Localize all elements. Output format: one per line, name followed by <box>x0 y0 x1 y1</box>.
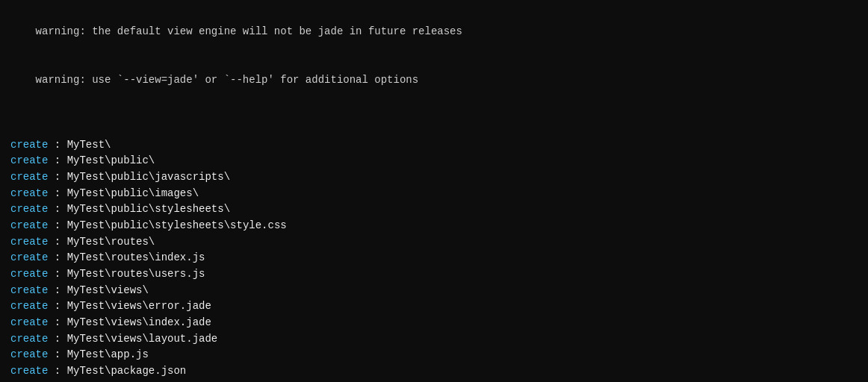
create-line-7: create : MyTest\routes\index.js <box>10 250 858 266</box>
separator-9: : <box>48 284 66 296</box>
path-8: MyTest\routes\users.js <box>67 268 205 280</box>
separator-8: : <box>48 268 66 280</box>
separator-10: : <box>48 300 66 312</box>
create-line-5: create : MyTest\public\stylesheets\style… <box>10 218 858 234</box>
separator-3: : <box>48 187 66 199</box>
create-lines-container: create : MyTest\create : MyTest\public\c… <box>10 137 858 383</box>
separator-11: : <box>48 316 66 328</box>
separator-7: : <box>48 251 66 263</box>
path-5: MyTest\public\stylesheets\style.css <box>67 219 287 231</box>
separator-0: : <box>48 139 66 151</box>
terminal-window: warning: the default view engine will no… <box>10 7 858 382</box>
separator-12: : <box>48 333 66 345</box>
path-13: MyTest\app.js <box>67 348 149 360</box>
create-line-8: create : MyTest\routes\users.js <box>10 266 858 283</box>
create-line-2: create : MyTest\public\javascripts\ <box>10 169 858 186</box>
create-keyword-6: create <box>10 236 48 248</box>
separator-13: : <box>48 348 66 360</box>
create-keyword-13: create <box>10 348 48 360</box>
path-9: MyTest\views\ <box>67 284 149 296</box>
create-keyword-2: create <box>10 171 48 183</box>
create-keyword-1: create <box>10 154 48 166</box>
create-line-11: create : MyTest\views\index.jade <box>10 315 858 331</box>
create-keyword-5: create <box>10 219 48 231</box>
path-6: MyTest\routes\ <box>67 236 155 248</box>
create-line-1: create : MyTest\public\ <box>10 153 858 169</box>
create-keyword-3: create <box>10 187 48 199</box>
create-keyword-14: create <box>10 365 48 377</box>
blank-line <box>10 104 858 121</box>
path-3: MyTest\public\images\ <box>67 187 199 199</box>
separator-14: : <box>48 365 66 377</box>
separator-1: : <box>48 154 66 166</box>
create-line-14: create : MyTest\package.json <box>10 363 858 380</box>
create-line-13: create : MyTest\app.js <box>10 347 858 363</box>
warning-line-2: warning: use `--view=jade' or `--help' f… <box>10 56 858 104</box>
separator-2: : <box>48 171 66 183</box>
separator-4: : <box>48 203 66 215</box>
create-keyword-10: create <box>10 300 48 312</box>
separator-5: : <box>48 219 66 231</box>
create-keyword-4: create <box>10 203 48 215</box>
create-keyword-8: create <box>10 268 48 280</box>
create-keyword-9: create <box>10 284 48 296</box>
path-11: MyTest\views\index.jade <box>67 316 211 328</box>
create-keyword-0: create <box>10 139 48 151</box>
path-12: MyTest\views\layout.jade <box>67 333 218 345</box>
create-line-10: create : MyTest\views\error.jade <box>10 298 858 315</box>
create-line-9: create : MyTest\views\ <box>10 283 858 299</box>
create-keyword-11: create <box>10 316 48 328</box>
path-7: MyTest\routes\index.js <box>67 251 205 263</box>
path-10: MyTest\views\error.jade <box>67 300 211 312</box>
separator-6: : <box>48 236 66 248</box>
path-4: MyTest\public\stylesheets\ <box>67 203 230 215</box>
path-1: MyTest\public\ <box>67 154 155 166</box>
warning-text-1: warning: the default view engine will no… <box>36 25 462 37</box>
create-keyword-7: create <box>10 251 48 263</box>
create-line-3: create : MyTest\public\images\ <box>10 186 858 202</box>
warning-text-2: warning: use `--view=jade' or `--help' f… <box>36 74 418 86</box>
warning-line-1: warning: the default view engine will no… <box>10 7 858 56</box>
create-line-4: create : MyTest\public\stylesheets\ <box>10 201 858 218</box>
path-2: MyTest\public\javascripts\ <box>67 171 230 183</box>
create-line-6: create : MyTest\routes\ <box>10 234 858 251</box>
blank-line-2 <box>10 121 858 137</box>
path-0: MyTest\ <box>67 139 111 151</box>
create-line-0: create : MyTest\ <box>10 137 858 154</box>
path-14: MyTest\package.json <box>67 365 187 377</box>
create-keyword-12: create <box>10 333 48 345</box>
create-line-12: create : MyTest\views\layout.jade <box>10 331 858 348</box>
